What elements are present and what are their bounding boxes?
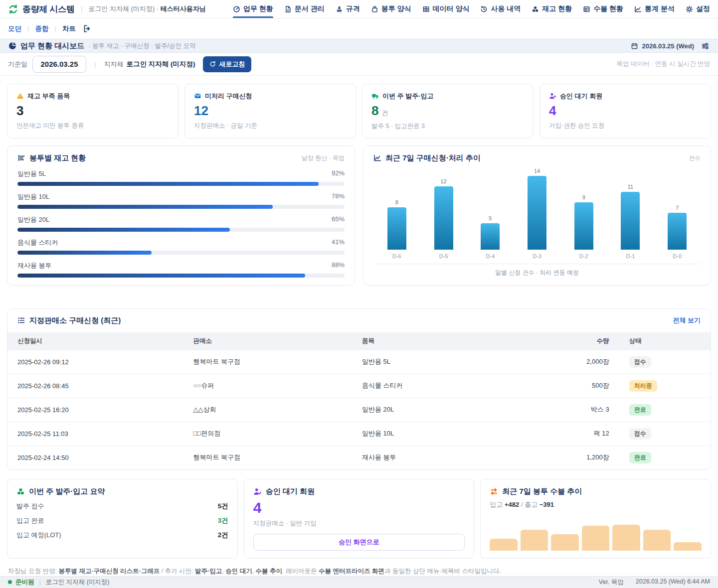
trend-panel-title: 최근 7일 구매신청·처리 추이 <box>385 153 481 163</box>
bottom-cards: 이번 주 발주·입고 요약 발주 접수5건입고 완료3건입고 예정(LOT)2건… <box>7 479 711 559</box>
flow-bar <box>582 526 610 550</box>
status-separator: | <box>39 579 41 586</box>
inventory-bar-fill <box>17 228 230 232</box>
person-check-icon <box>253 487 262 496</box>
boxes-icon <box>532 5 539 13</box>
orders-row-value: 3건 <box>218 516 228 525</box>
header-date-chip[interactable]: 2026.03.25 (Wed) <box>631 42 694 50</box>
nav-item-label: 봉투 양식 <box>381 4 411 13</box>
flow-bar <box>551 534 579 551</box>
inventory-item-label: 음식물 스티커 <box>17 238 58 247</box>
nav-item-4[interactable]: 봉투 양식 <box>371 0 411 18</box>
cell-status: 처리중 <box>619 374 711 398</box>
inventory-bar-meta: 재사용 봉투88% <box>17 261 345 270</box>
nav-item-6[interactable]: 사용 내역 <box>480 0 521 18</box>
orders-card-title: 이번 주 발주·입고 요약 <box>29 487 105 496</box>
nav-item-9[interactable]: 통계 분석 <box>634 0 675 18</box>
base-date-input[interactable] <box>32 56 86 73</box>
trend-bar <box>668 213 687 250</box>
column-header: 수량 <box>528 332 619 350</box>
nav-item-1[interactable]: 업무 현황 <box>233 0 273 18</box>
inventory-bar-row: 일반용 5L92% <box>17 169 345 186</box>
view-switch-separator: | <box>55 25 57 32</box>
status-dot <box>8 580 12 584</box>
footnote-segment: 차장님 요청 반영: <box>8 568 58 575</box>
mail-icon <box>194 92 201 100</box>
nav-item-3[interactable]: 규격 <box>336 0 360 18</box>
main-nav: 업무 현황문서 관리규격봉투 양식데이터 양식사용 내역재고 현황수불 현황통계… <box>233 0 710 18</box>
nav-item-8[interactable]: 수불 현황 <box>583 0 623 18</box>
app-logo: 종량제 시스템 <box>8 3 75 15</box>
inventory-bar-track <box>17 228 345 232</box>
trend-bar-column: 9 <box>560 166 607 250</box>
user-name: 테스터사용자님 <box>161 5 206 12</box>
bar-value-label: 12 <box>440 178 446 184</box>
personadd-icon <box>549 92 556 100</box>
status-right: Ver. 목업 2026.03.25 (Wed) 6:44 AM <box>599 578 710 587</box>
table-row[interactable]: 2025-02-25 11:03□□편의점일반용 10L팩 12접수 <box>7 422 711 445</box>
controls-row: 기준일 | 지자체 로그인 지자체 (미지정) 새로고침 목업 데이터 · 연동… <box>0 53 718 75</box>
table-row[interactable]: 2025-02-26 09:12행복마트 북구점일반용 5L2,000장접수 <box>7 350 711 374</box>
view-switch: 모던|종합|차트 <box>8 24 76 33</box>
trend-bar <box>481 223 500 250</box>
inventory-bar-fill <box>17 251 152 255</box>
bar-value-label: 8 <box>395 199 398 205</box>
table-row[interactable]: 2025-02-25 16:20△△상회일반용 20L박스 3완료 <box>7 398 711 422</box>
kpi-label-text: 재고 부족 품목 <box>27 92 70 101</box>
orders-row-value: 2건 <box>218 531 228 540</box>
table-row[interactable]: 2025-02-26 08:45○○슈퍼음식물 스티커500장처리중 <box>7 374 711 398</box>
kpi-label: 미처리 구매신청 <box>194 92 347 101</box>
status-org: 로그인 지자체 (미지정) <box>46 578 110 587</box>
approval-screen-button[interactable]: 승인 화면으로 <box>253 534 465 551</box>
footnote-segment: 발주·입고 <box>195 568 222 575</box>
bar-value-label: 14 <box>534 168 540 174</box>
x-axis-label: D-3 <box>514 253 560 259</box>
nav-item-label: 수불 현황 <box>593 4 623 13</box>
sliders-icon <box>701 42 710 50</box>
org-label: 지자체 <box>104 60 123 69</box>
nav-item-label: 문서 관리 <box>295 4 325 13</box>
status-badge: 접수 <box>629 356 651 368</box>
status-bar: 준비됨 | 로그인 지자체 (미지정) Ver. 목업 2026.03.25 (… <box>0 576 718 588</box>
requests-table: 신청일시판매소품목수량상태 2025-02-26 09:12행복마트 북구점일반… <box>7 332 711 469</box>
column-header: 신청일시 <box>7 332 183 350</box>
inventory-bar-meta: 일반용 5L92% <box>17 169 345 178</box>
truck-icon <box>371 92 379 100</box>
nav-item-10[interactable]: 설정 <box>686 0 710 18</box>
orders-summary-card: 이번 주 발주·입고 요약 발주 접수5건입고 완료3건입고 예정(LOT)2건 <box>7 479 238 559</box>
transfer-arrows-icon <box>490 487 498 496</box>
view-link-1[interactable]: 모던 <box>8 24 21 33</box>
cell-qty: 팩 12 <box>528 422 619 445</box>
refresh-button[interactable]: 새로고침 <box>203 56 251 72</box>
kpi-sub: 안전재고 미만 봉투 종류 <box>16 122 169 130</box>
nav-item-5[interactable]: 데이터 양식 <box>422 0 470 18</box>
cell-store: ○○슈퍼 <box>183 374 352 398</box>
view-all-link[interactable]: 전체 보기 <box>673 316 701 325</box>
view-link-2[interactable]: 종합 <box>35 24 49 33</box>
inventory-bar-meta: 일반용 10L78% <box>17 192 345 201</box>
nav-item-7[interactable]: 재고 현황 <box>532 0 572 18</box>
kpi-value: 12 <box>194 104 208 117</box>
column-header: 품목 <box>352 332 528 350</box>
view-link-3[interactable]: 차트 <box>62 24 76 33</box>
inventory-bars: 일반용 5L92%일반용 10L78%일반용 20L65%음식물 스티커41%재… <box>17 169 345 278</box>
inventory-bar-fill <box>17 205 273 209</box>
kpi-value-row: 12 <box>194 104 347 117</box>
mock-data-note: 목업 데이터 · 연동 시 실시간 반영 <box>617 60 711 68</box>
table-row[interactable]: 2025-02-24 14:50행복마트 북구점재사용 봉투1,200장완료 <box>7 445 711 469</box>
logout-button[interactable] <box>83 24 91 33</box>
calendar-icon <box>631 42 638 50</box>
app-title: 종량제 시스템 <box>22 3 75 15</box>
filter-options-button[interactable] <box>701 42 710 50</box>
inventory-item-label: 재사용 봉투 <box>17 261 52 270</box>
status-badge: 접수 <box>629 428 651 440</box>
nav-item-2[interactable]: 문서 관리 <box>284 0 325 18</box>
status-badge: 완료 <box>629 452 651 463</box>
flow-summary: 입고 +482 / 출고 −391 <box>490 500 702 509</box>
approval-sub: 지정판매소 · 일반 가입 <box>253 519 465 528</box>
inventory-bar-track <box>17 274 345 278</box>
cell-qty: 1,200장 <box>528 445 619 469</box>
kpi-sub: 발주 5 · 입고완료 3 <box>371 122 524 131</box>
kpi-card-2: 미처리 구매신청12지정판매소 · 금일 기준 <box>184 84 356 139</box>
bar-chart-icon <box>17 154 25 162</box>
